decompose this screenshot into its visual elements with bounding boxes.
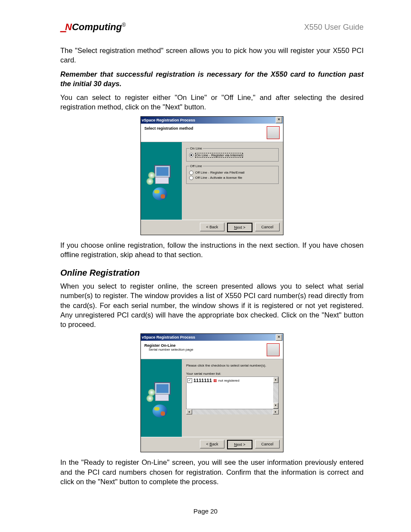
close-icon[interactable]: × <box>276 117 282 123</box>
section-heading: Online Registration <box>60 268 364 278</box>
cancel-button[interactable]: Cancel <box>255 223 280 231</box>
wizard-sidebar <box>141 359 182 437</box>
next-button[interactable]: Next > <box>227 223 252 232</box>
cancel-button[interactable]: Cancel <box>255 440 280 448</box>
scroll-up-icon[interactable]: ▴ <box>273 377 278 383</box>
logo-reg: ® <box>122 22 126 28</box>
clipart-icon <box>146 162 177 200</box>
radio-label: Off Line - Register via File/Email <box>195 171 245 174</box>
group-offline: Off Line Off Line - Register via File/Em… <box>186 164 279 184</box>
radio-label: On Line - Register via Internet <box>195 153 243 158</box>
serial-listbox[interactable]: ✓ 1111111 ▦ not registered ▴ ▾ <box>186 376 279 409</box>
dialog-select-method: vSpace Registration Process × Select reg… <box>140 116 283 235</box>
legend: On Line <box>189 146 203 150</box>
dialog-serial-select: vSpace Registration Process × Register O… <box>140 333 283 452</box>
paragraph: The "Select registration method" screen … <box>60 46 364 65</box>
list-label: Your serial number list: <box>186 372 279 376</box>
next-button[interactable]: Next > <box>227 440 252 449</box>
paragraph: You can select to register either "On Li… <box>60 93 364 112</box>
back-button[interactable]: < Back <box>200 223 224 231</box>
back-button[interactable]: < Back <box>200 440 224 448</box>
radio-offline-license[interactable]: Off Line - Activate a license file <box>189 176 276 180</box>
radio-online[interactable]: On Line - Register via Internet <box>189 153 276 158</box>
wizard-sidebar <box>141 142 182 220</box>
scroll-left-icon[interactable]: ◂ <box>186 409 192 414</box>
window-title: vSpace Registration Process <box>142 335 195 339</box>
radio-icon <box>189 171 193 175</box>
dialog-heading: Register On-Line <box>144 343 193 348</box>
dialog-heading: Select registration method <box>144 126 193 131</box>
logo-word: Computing <box>72 22 122 32</box>
window-title: vSpace Registration Process <box>142 118 195 122</box>
paragraph: In the "Ready to register On-Line" scree… <box>60 457 364 486</box>
radio-offline-file[interactable]: Off Line - Register via File/Email <box>189 171 276 175</box>
titlebar: vSpace Registration Process × <box>141 334 283 341</box>
logo-letter: N <box>65 22 72 32</box>
list-item[interactable]: ✓ 1111111 ▦ not registered <box>187 378 277 383</box>
status-text: not registered <box>218 379 240 383</box>
vertical-scrollbar[interactable]: ▴ ▾ <box>273 377 278 409</box>
brand-logo: ⎯NComputing® <box>60 22 126 33</box>
checkbox-icon[interactable]: ✓ <box>187 378 192 383</box>
legend: Off Line <box>189 164 203 168</box>
group-online: On Line On Line - Register via Internet <box>186 146 279 162</box>
serial-number: 1111111 <box>193 378 212 383</box>
close-icon[interactable]: × <box>276 334 282 341</box>
horizontal-scrollbar[interactable]: ◂ ▸ <box>186 409 279 414</box>
wizard-icon <box>267 126 280 139</box>
wizard-icon <box>267 343 280 356</box>
page-number: Page 20 <box>0 507 411 515</box>
dialog-subheading: Serial number selection page <box>149 348 193 352</box>
titlebar: vSpace Registration Process × <box>141 117 283 124</box>
radio-icon <box>189 153 193 157</box>
clipart-icon <box>146 379 177 417</box>
status-icon: ▦ <box>213 378 217 383</box>
paragraph: If you choose online registration, follo… <box>60 240 364 260</box>
scroll-down-icon[interactable]: ▾ <box>273 403 278 409</box>
radio-icon <box>189 176 193 180</box>
instruction-text: Please click the checkbox to select seri… <box>186 364 279 367</box>
paragraph-emphasis: Remember that successful registration is… <box>60 69 364 89</box>
radio-label: Off Line - Activate a license file <box>195 176 242 180</box>
doc-title: X550 User Guide <box>304 23 364 32</box>
scroll-right-icon[interactable]: ▸ <box>273 409 279 414</box>
paragraph: When you select to register online, the … <box>60 281 364 329</box>
